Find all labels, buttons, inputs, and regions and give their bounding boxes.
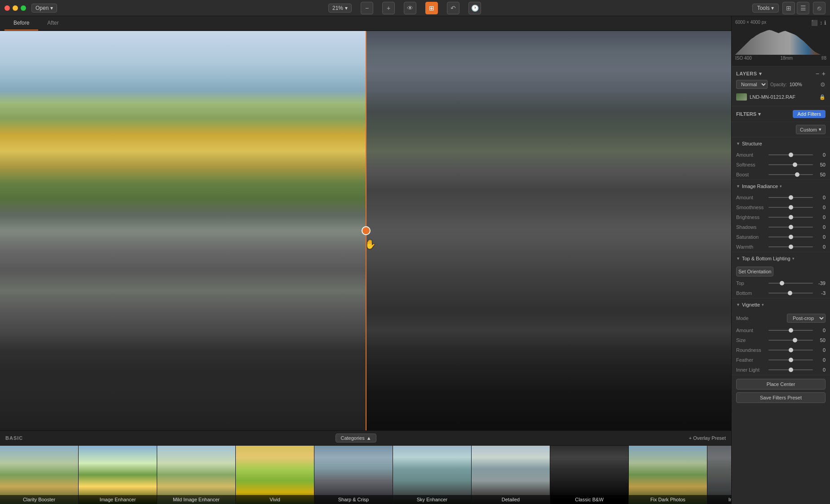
preset-item-classic-b&w[interactable]: Classic B&W xyxy=(550,446,629,504)
slider-thumb[interactable] xyxy=(789,245,793,249)
slider-thumb[interactable] xyxy=(793,162,797,167)
filter-slider[interactable] xyxy=(768,337,813,343)
collapse-icon: ▼ xyxy=(736,184,740,188)
compare-icon[interactable]: ⊞ xyxy=(425,2,438,14)
preset-item-sky-enhancer[interactable]: Sky Enhancer xyxy=(393,446,472,504)
filter-slider[interactable] xyxy=(768,162,813,168)
preset-label: Fix Dark Photos xyxy=(629,495,707,504)
categories-label: Categories xyxy=(340,435,364,441)
minimize-button[interactable] xyxy=(13,5,18,11)
fullscreen-button[interactable] xyxy=(21,5,26,11)
slider-thumb[interactable] xyxy=(793,338,797,342)
slider-thumb[interactable] xyxy=(789,215,793,219)
slider-thumb[interactable] xyxy=(788,291,792,295)
tools-button[interactable]: Tools ▾ xyxy=(752,4,779,13)
preset-item-vivid[interactable]: Vivid xyxy=(236,446,314,504)
filter-slider[interactable] xyxy=(768,347,813,353)
preset-item-clarity-booster[interactable]: Clarity Booster xyxy=(0,446,79,504)
add-layer-button[interactable]: + xyxy=(822,70,826,77)
filter-label: Size xyxy=(736,337,767,343)
filter-row-amount: Amount 0 xyxy=(732,150,830,160)
layer-settings-icon[interactable]: ⚙ xyxy=(820,81,826,88)
histogram-icon-1[interactable]: ⬛ xyxy=(811,20,818,26)
zoom-plus-button[interactable]: + xyxy=(382,2,395,14)
preset-item-detailed[interactable]: Detailed xyxy=(472,446,550,504)
undo-icon[interactable]: ↶ xyxy=(447,2,459,14)
slider-thumb[interactable] xyxy=(795,172,799,177)
split-divider[interactable] xyxy=(366,31,366,430)
remove-layer-button[interactable]: − xyxy=(816,70,819,77)
preset-item-fix-dark-photos[interactable]: Fix Dark Photos xyxy=(629,446,707,504)
slider-track xyxy=(768,350,813,351)
slider-thumb[interactable] xyxy=(789,235,793,239)
place-center-button[interactable]: Place Center xyxy=(736,379,826,390)
close-button[interactable] xyxy=(4,5,10,11)
filter-slider[interactable] xyxy=(768,357,813,363)
filter-slider[interactable] xyxy=(768,367,813,373)
filter-label: Feather xyxy=(736,357,767,363)
filter-slider[interactable] xyxy=(768,214,813,220)
layers-dropdown-icon: ▾ xyxy=(759,71,762,77)
layer-item[interactable]: LND-MN-01212.RAF 🔒 xyxy=(736,92,826,102)
slider-thumb[interactable] xyxy=(789,358,793,362)
filter-label: Brightness xyxy=(736,215,767,220)
overlay-preset-button[interactable]: + Overlay Preset xyxy=(689,435,726,441)
tab-after[interactable]: After xyxy=(38,16,67,31)
blend-mode-select[interactable]: Normal xyxy=(736,80,768,89)
preview-icon[interactable]: 👁 xyxy=(404,2,416,14)
filter-slider[interactable] xyxy=(768,194,813,201)
slider-thumb[interactable] xyxy=(789,205,793,210)
zoom-control[interactable]: 21% ▾ xyxy=(328,4,352,13)
filter-slider[interactable] xyxy=(768,171,813,178)
mode-select[interactable]: Post-crop xyxy=(787,314,826,323)
histogram-icon-2[interactable]: ↕ xyxy=(820,20,822,26)
preset-item-mild-image-enhancer[interactable]: Mild Image Enhancer xyxy=(157,446,236,504)
preset-item-image-enhancer[interactable]: Image Enhancer xyxy=(707,446,731,504)
zoom-minus-button[interactable]: − xyxy=(361,2,373,14)
slider-thumb[interactable] xyxy=(789,225,793,229)
save-filters-button[interactable]: Save Filters Preset xyxy=(736,392,826,403)
export-icon[interactable]: ⎋ xyxy=(813,2,826,14)
slider-thumb[interactable] xyxy=(789,348,793,352)
filter-group-header[interactable]: ▼ Top & Bottom Lighting ▾ xyxy=(732,252,830,265)
filter-group-arrow: ▾ xyxy=(762,302,764,307)
filter-slider[interactable] xyxy=(768,152,813,158)
filter-slider[interactable] xyxy=(768,290,813,296)
filter-slider[interactable] xyxy=(768,224,813,230)
histogram-icon-3[interactable]: ℹ xyxy=(824,20,826,26)
filter-row-softness: Softness 50 xyxy=(732,160,830,170)
filter-slider[interactable] xyxy=(768,327,813,333)
filter-slider[interactable] xyxy=(768,234,813,240)
filter-group-header[interactable]: ▼ Vignette ▾ xyxy=(732,298,830,311)
history-icon[interactable]: 🕐 xyxy=(468,2,481,14)
preset-item-sharp-&-crisp[interactable]: Sharp & Crisp xyxy=(314,446,393,504)
filter-slider[interactable] xyxy=(768,280,813,286)
filter-label: Inner Light xyxy=(736,367,767,373)
slider-thumb[interactable] xyxy=(789,153,793,157)
preset-item-image-enhancer[interactable]: Image Enhancer xyxy=(79,446,157,504)
image-viewport[interactable]: ✋ xyxy=(0,31,731,430)
custom-select[interactable]: Custom ▾ xyxy=(796,125,826,134)
preset-strip[interactable]: Clarity BoosterImage EnhancerMild Image … xyxy=(0,446,731,504)
slider-thumb[interactable] xyxy=(780,281,784,285)
tab-before[interactable]: Before xyxy=(4,16,38,31)
grid-view-icon[interactable]: ⊞ xyxy=(782,2,795,14)
zoom-dropdown-icon: ▾ xyxy=(345,5,348,11)
detail-view-icon[interactable]: ☰ xyxy=(797,2,809,14)
layers-title-text: LAYERS xyxy=(736,71,757,76)
filter-slider[interactable] xyxy=(768,204,813,210)
divider-handle[interactable] xyxy=(362,226,371,235)
slider-thumb[interactable] xyxy=(789,195,793,200)
filter-group-header[interactable]: ▼ Structure xyxy=(732,137,830,150)
categories-button[interactable]: Categories ▲ xyxy=(336,434,376,443)
slider-thumb[interactable] xyxy=(789,368,793,372)
open-button[interactable]: Open ▾ xyxy=(31,4,57,13)
slider-track xyxy=(768,217,813,218)
add-filters-button[interactable]: Add Filters xyxy=(793,110,826,118)
filter-value: -39 xyxy=(815,280,826,286)
slider-thumb[interactable] xyxy=(789,328,793,333)
filter-group-vignette: ▼ Vignette ▾ Mode Post-crop Amount 0 Siz… xyxy=(732,298,830,375)
filter-group-header[interactable]: ▼ Image Radiance ▾ xyxy=(732,180,830,193)
set-orientation-button[interactable]: Set Orientation xyxy=(736,267,773,276)
filter-slider[interactable] xyxy=(768,244,813,250)
